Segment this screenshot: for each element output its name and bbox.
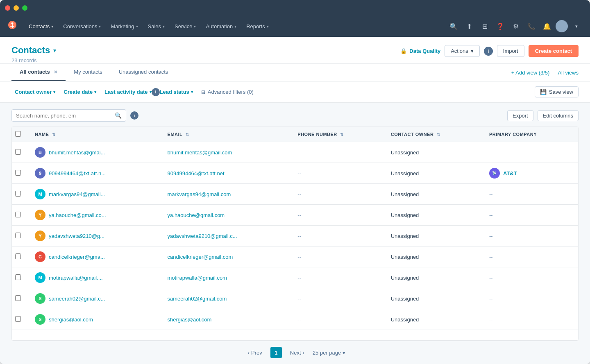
row-checkbox[interactable] (15, 212, 21, 217)
edit-columns-button[interactable]: Edit columns (538, 110, 579, 121)
marketplace-icon[interactable]: ⊞ (478, 19, 492, 33)
notifications-icon[interactable]: 🔔 (540, 19, 554, 33)
tab-close-icon[interactable]: ✕ (54, 70, 57, 75)
row-checkbox[interactable] (15, 295, 21, 301)
help-icon[interactable]: ❓ (493, 19, 507, 33)
search-box: 🔍 (11, 109, 126, 122)
contact-name-link[interactable]: candicelkrieger@gma... (49, 254, 105, 260)
row-checkbox-cell[interactable] (12, 184, 28, 205)
contact-email-link[interactable]: 9094994464@txt.att.net (168, 170, 225, 176)
user-avatar[interactable] (556, 20, 568, 32)
col-company[interactable]: PRIMARY COMPANY (483, 127, 578, 142)
contact-name-link[interactable]: motirapwalla@gmail.... (49, 275, 103, 281)
contact-email-cell: yadavshweta9210@gmail.c... (161, 226, 291, 246)
minimize-button[interactable] (14, 5, 19, 11)
col-email[interactable]: EMAIL ⇅ (161, 127, 291, 142)
row-checkbox-cell[interactable] (12, 205, 28, 226)
nav-contacts[interactable]: Contacts ▾ (25, 21, 57, 32)
contact-email-link[interactable]: shergias@aol.com (168, 317, 212, 323)
nav-automation[interactable]: Automation ▾ (202, 21, 241, 32)
row-checkbox-cell[interactable] (12, 288, 28, 309)
row-checkbox[interactable] (15, 191, 21, 197)
contact-owner-filter[interactable]: Contact owner ▾ (11, 87, 59, 97)
lead-status-filter[interactable]: Lead status ▾ (157, 87, 196, 97)
page-content: Contacts ▾ 23 records 🔒 Data Quality Act… (0, 37, 590, 364)
create-contact-button[interactable]: Create contact (529, 45, 579, 57)
upgrade-icon[interactable]: ⬆ (462, 19, 476, 33)
contact-email-link[interactable]: ya.haouche@gmail.com (168, 212, 225, 218)
actions-info-bubble[interactable]: i (484, 47, 493, 56)
close-button[interactable] (5, 5, 10, 11)
col-phone[interactable]: PHONE NUMBER ⇅ (291, 127, 384, 142)
contact-name-link[interactable]: markvargas94@gmail... (49, 191, 105, 197)
row-checkbox-cell[interactable] (12, 267, 28, 288)
col-owner[interactable]: CONTACT OWNER ⇅ (384, 127, 483, 142)
search-icon[interactable]: 🔍 (447, 19, 461, 33)
contact-name-link[interactable]: ya.haouche@gmail.co... (49, 212, 106, 218)
all-views-button[interactable]: All views (549, 65, 579, 81)
contact-name-link[interactable]: sameerah02@gmail.c... (49, 296, 105, 302)
search-info-bubble[interactable]: i (130, 111, 138, 120)
data-quality-button[interactable]: 🔒 Data Quality (400, 48, 440, 54)
contact-email-link[interactable]: motirapwalla@gmail.com (168, 275, 227, 281)
row-checkbox-cell[interactable] (12, 309, 28, 330)
prev-button[interactable]: ‹ Prev (245, 348, 266, 357)
col-name[interactable]: NAME ⇅ (28, 127, 161, 142)
contacts-dropdown-icon[interactable]: ▾ (53, 47, 56, 54)
row-checkbox-cell[interactable] (12, 246, 28, 267)
contact-name-link[interactable]: bhumit.mehtas@gmai... (49, 149, 105, 156)
import-button[interactable]: Import (497, 45, 524, 57)
row-checkbox[interactable] (15, 170, 21, 176)
tab-all-contacts[interactable]: All contacts ✕ (11, 64, 66, 81)
nav-service[interactable]: Service ▾ (170, 21, 200, 32)
row-checkbox[interactable] (15, 316, 21, 322)
nav-reports[interactable]: Reports ▾ (242, 21, 273, 32)
contact-owner-cell: Unassigned (384, 163, 483, 184)
contact-email-link[interactable]: yadavshweta9210@gmail.c... (168, 233, 237, 239)
contact-company-cell: -- (483, 267, 578, 288)
contact-name-cell: 99094994464@txt.att.n... (28, 163, 161, 184)
actions-button[interactable]: Actions ▾ (445, 45, 480, 57)
row-checkbox-cell[interactable] (12, 163, 28, 184)
fullscreen-button[interactable] (22, 5, 27, 11)
add-view-button[interactable]: + Add view (3/5) (511, 70, 550, 76)
export-button[interactable]: Export (507, 110, 533, 121)
nav-conversations[interactable]: Conversations ▾ (59, 21, 105, 32)
save-view-button[interactable]: 💾 Save view (535, 86, 579, 97)
hubspot-logo[interactable] (7, 19, 18, 33)
account-chevron-icon[interactable]: ▾ (570, 19, 583, 33)
contact-email-link[interactable]: sameerah02@gmail.com (168, 296, 227, 302)
row-checkbox[interactable] (15, 149, 21, 155)
contact-name-cell: Yya.haouche@gmail.co... (28, 205, 161, 226)
create-date-filter[interactable]: Create date ▾ (60, 87, 100, 97)
row-checkbox[interactable] (15, 233, 21, 238)
last-activity-date-filter[interactable]: Last activity date ▾ (101, 87, 155, 97)
contact-name-link[interactable]: yadavshweta9210@g... (49, 233, 104, 239)
filter-info-bubble[interactable]: i (152, 88, 160, 96)
table-toolbar: 🔍 i Export Edit columns (11, 109, 579, 122)
tab-unassigned-contacts[interactable]: Unassigned contacts (111, 64, 177, 81)
nav-sales[interactable]: Sales ▾ (144, 21, 169, 32)
phone-icon[interactable]: 📞 (524, 19, 538, 33)
advanced-filters-button[interactable]: ⊟ Advanced filters (0) (198, 87, 257, 97)
settings-icon[interactable]: ⚙ (509, 19, 523, 33)
select-all-checkbox-col[interactable] (12, 127, 28, 142)
company-name-link[interactable]: AT&T (503, 170, 517, 176)
contact-email-link[interactable]: bhumit.mehtas@gmail.com (168, 149, 232, 156)
select-all-checkbox[interactable] (15, 131, 21, 137)
contact-email-link[interactable]: markvargas94@gmail.com (168, 191, 231, 197)
traffic-lights (5, 5, 27, 11)
next-button[interactable]: Next › (287, 348, 308, 357)
contact-name-link[interactable]: 9094994464@txt.att.n... (49, 170, 106, 176)
nav-marketing[interactable]: Marketing ▾ (107, 21, 142, 32)
row-checkbox[interactable] (15, 253, 21, 259)
row-checkbox-cell[interactable] (12, 142, 28, 163)
contact-name-link[interactable]: shergias@aol.com (49, 317, 93, 323)
filters-row: i Contact owner ▾ Create date ▾ Last act… (0, 81, 590, 103)
row-checkbox[interactable] (15, 274, 21, 280)
tab-my-contacts[interactable]: My contacts (66, 64, 110, 81)
row-checkbox-cell[interactable] (12, 226, 28, 246)
per-page-selector[interactable]: 25 per page ▾ (313, 350, 345, 356)
search-input[interactable] (16, 113, 111, 119)
contact-email-link[interactable]: candicelkrieger@gmail.com (168, 254, 233, 260)
